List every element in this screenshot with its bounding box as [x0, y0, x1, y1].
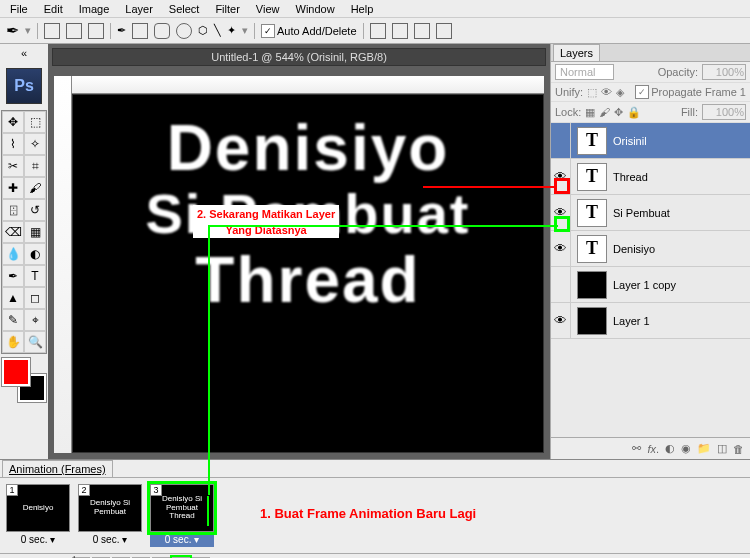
custom-shape-icon[interactable]: ✦ — [227, 24, 236, 37]
layer-thumbnail[interactable]: T — [577, 235, 607, 263]
frame-number: 3 — [150, 484, 162, 496]
rounded-rect-icon[interactable] — [154, 23, 170, 39]
path-select-tool[interactable]: ▲ — [2, 287, 24, 309]
frame-delay[interactable]: 0 sec. ▾ — [78, 532, 142, 547]
delete-layer-icon[interactable]: 🗑 — [733, 443, 744, 455]
layer-name-label: Orisinil — [613, 135, 750, 147]
green-connector-line-2 — [208, 225, 210, 495]
fill-pixels-icon[interactable] — [88, 23, 104, 39]
line-icon[interactable]: ╲ — [214, 24, 221, 37]
combine-add-icon[interactable] — [370, 23, 386, 39]
layer-visibility-icon[interactable]: 👁 — [551, 231, 571, 267]
auto-add-delete-checkbox[interactable]: Auto Add/Delete — [261, 24, 357, 38]
rect-icon[interactable] — [132, 23, 148, 39]
menu-help[interactable]: Help — [343, 1, 382, 17]
marquee-tool[interactable]: ⬚ — [24, 111, 46, 133]
layer-row[interactable]: Layer 1 copy — [551, 267, 750, 303]
shape-layers-icon[interactable] — [44, 23, 60, 39]
type-tool[interactable]: T — [24, 265, 46, 287]
history-brush-tool[interactable]: ↺ — [24, 199, 46, 221]
link-layers-icon[interactable]: ⚯ — [632, 442, 641, 455]
opacity-input[interactable]: 100% — [702, 64, 746, 80]
combine-subtract-icon[interactable] — [392, 23, 408, 39]
layer-visibility-icon[interactable]: 👁 — [551, 303, 571, 339]
layer-row[interactable]: TOrisinil — [551, 123, 750, 159]
lock-position-icon[interactable]: ✥ — [614, 106, 623, 119]
layer-mask-icon[interactable]: ◐ — [665, 442, 675, 455]
animation-frame[interactable]: 1Denisiyo0 sec. ▾ — [6, 484, 70, 547]
layer-row[interactable]: 👁TDenisiyo — [551, 231, 750, 267]
combine-exclude-icon[interactable] — [436, 23, 452, 39]
animation-frame[interactable]: 2Denisiyo Si Pembuat0 sec. ▾ — [78, 484, 142, 547]
pen-icon[interactable]: ✒ — [117, 24, 126, 37]
slice-tool[interactable]: ⌗ — [24, 155, 46, 177]
animation-panel: Animation (Frames) 1Denisiyo0 sec. ▾2Den… — [0, 459, 750, 558]
zoom-tool[interactable]: 🔍 — [24, 331, 46, 353]
eyedropper-tool[interactable]: ⌖ — [24, 309, 46, 331]
layer-row[interactable]: 👁TThread — [551, 159, 750, 195]
lock-all-icon[interactable]: 🔒 — [627, 106, 641, 119]
menu-window[interactable]: Window — [288, 1, 343, 17]
layer-row[interactable]: 👁TSi Pembuat — [551, 195, 750, 231]
blur-tool[interactable]: 💧 — [2, 243, 24, 265]
new-layer-icon[interactable]: ◫ — [717, 442, 727, 455]
menu-edit[interactable]: Edit — [36, 1, 71, 17]
propagate-frame-checkbox[interactable]: Propagate Frame 1 — [635, 85, 746, 99]
gradient-tool[interactable]: ▦ — [24, 221, 46, 243]
shape-tool[interactable]: ◻ — [24, 287, 46, 309]
layer-row[interactable]: 👁Layer 1 — [551, 303, 750, 339]
heal-tool[interactable]: ✚ — [2, 177, 24, 199]
toolbox: ✥⬚ ⌇✧ ✂⌗ ✚🖌 ⌹↺ ⌫▦ 💧◐ ✒T ▲◻ ✎⌖ ✋🔍 — [1, 110, 47, 354]
ellipse-icon[interactable] — [176, 23, 192, 39]
menu-layer[interactable]: Layer — [117, 1, 161, 17]
canvas[interactable]: Denisiyo Si Pembuat Thread 2. Sekarang M… — [72, 94, 544, 453]
fill-input[interactable]: 100% — [702, 104, 746, 120]
animation-frame[interactable]: 3Denisiyo Si Pembuat Thread0 sec. ▾ — [150, 484, 214, 547]
dodge-tool[interactable]: ◐ — [24, 243, 46, 265]
close-arrow-icon[interactable]: « — [21, 47, 27, 59]
animation-tab[interactable]: Animation (Frames) — [2, 460, 113, 477]
lock-transparent-icon[interactable]: ▦ — [585, 106, 595, 119]
unify-position-icon[interactable]: ⬚ — [587, 86, 597, 99]
eraser-tool[interactable]: ⌫ — [2, 221, 24, 243]
stamp-tool[interactable]: ⌹ — [2, 199, 24, 221]
lock-image-icon[interactable]: 🖌 — [599, 106, 610, 118]
lasso-tool[interactable]: ⌇ — [2, 133, 24, 155]
hand-tool[interactable]: ✋ — [2, 331, 24, 353]
layer-name-label: Thread — [613, 171, 750, 183]
brush-tool[interactable]: 🖌 — [24, 177, 46, 199]
red-highlight-box — [554, 178, 570, 194]
wand-tool[interactable]: ✧ — [24, 133, 46, 155]
layer-thumbnail[interactable]: T — [577, 127, 607, 155]
notes-tool[interactable]: ✎ — [2, 309, 24, 331]
layer-group-icon[interactable]: 📁 — [697, 442, 711, 455]
layer-thumbnail[interactable]: T — [577, 199, 607, 227]
menu-view[interactable]: View — [248, 1, 288, 17]
layer-fx-icon[interactable]: fx. — [647, 443, 659, 455]
foreground-color[interactable] — [2, 358, 30, 386]
paths-icon[interactable] — [66, 23, 82, 39]
unify-visibility-icon[interactable]: 👁 — [601, 86, 612, 98]
layer-thumbnail[interactable]: T — [577, 163, 607, 191]
blend-mode-select[interactable]: Normal — [555, 64, 614, 80]
layer-thumbnail[interactable] — [577, 307, 607, 335]
layer-thumbnail[interactable] — [577, 271, 607, 299]
layer-visibility-icon[interactable] — [551, 267, 571, 303]
layers-tab[interactable]: Layers — [553, 44, 600, 61]
crop-tool[interactable]: ✂ — [2, 155, 24, 177]
frame-delay[interactable]: 0 sec. ▾ — [6, 532, 70, 547]
frame-delay[interactable]: 0 sec. ▾ — [150, 532, 214, 547]
combine-intersect-icon[interactable] — [414, 23, 430, 39]
menu-file[interactable]: File — [2, 1, 36, 17]
menu-image[interactable]: Image — [71, 1, 118, 17]
menu-select[interactable]: Select — [161, 1, 208, 17]
move-tool[interactable]: ✥ — [2, 111, 24, 133]
color-swatches[interactable] — [2, 358, 46, 402]
polygon-icon[interactable]: ⬡ — [198, 24, 208, 37]
menu-filter[interactable]: Filter — [207, 1, 247, 17]
unify-style-icon[interactable]: ◈ — [616, 86, 624, 99]
layer-visibility-icon[interactable] — [551, 123, 571, 159]
adjustment-layer-icon[interactable]: ◉ — [681, 442, 691, 455]
pen-tool[interactable]: ✒ — [2, 265, 24, 287]
pen-tool-icon[interactable]: ✒ — [6, 21, 19, 40]
